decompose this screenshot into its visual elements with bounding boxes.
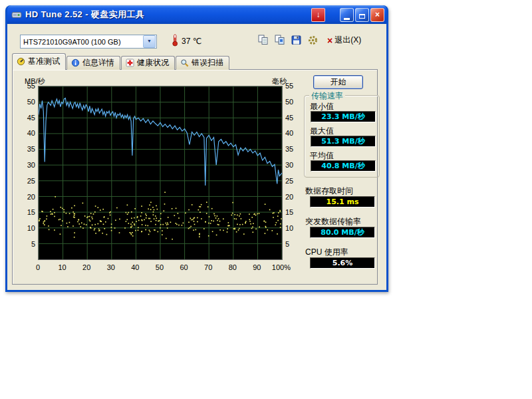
maximize-button[interactable] [355,8,369,22]
exit-x-icon: × [327,36,332,45]
tick-label: 0 [26,263,50,271]
tab-error-scan[interactable]: 错误扫描 [176,56,229,70]
transfer-rate-group-title: 传输速率 [309,90,345,102]
tick-label: 5 [285,240,289,248]
benchmark-gauge-icon [17,57,25,66]
copy-text-icon [257,35,269,46]
tick-label: 20 [285,193,293,201]
tab-health[interactable]: 健康状况 [121,56,175,70]
tab-benchmark-label: 基准测试 [28,56,60,67]
min-value: 23.3 MB/秒 [311,111,376,122]
tick-label: 30 [99,263,123,271]
x-ticks: 0102030405060708090100% [26,263,293,271]
y-ticks-right: 555045403530252015105 [285,82,304,248]
access-time-label: 数据存取时间 [305,186,353,197]
options-gear-icon [307,35,319,46]
tick-label: 50 [285,98,293,106]
tick-label: 55 [27,82,35,90]
burst-rate-value: 80.0 MB/秒 [310,227,375,238]
tick-label: 50 [27,98,35,106]
drive-select[interactable]: HTS721010G9AT00 (100 GB) ▼ [20,35,157,49]
transfer-rate-group: 传输速率 最小值 23.3 MB/秒 最大值 51.3 MB/秒 平均值 40.… [304,95,380,178]
toolbar-icons [256,34,321,47]
chevron-down-icon[interactable]: ▼ [143,35,156,48]
update-button[interactable]: ↓ [311,8,325,22]
tab-health-label: 健康状况 [137,57,169,68]
tick-label: 30 [27,161,35,169]
thermometer-icon [172,34,179,49]
max-value: 51.3 MB/秒 [311,136,376,147]
save-screenshot-button[interactable] [289,34,304,47]
tick-label: 40 [27,129,35,137]
titlebar[interactable]: HD Tune 2.52 - 硬盘实用工具 ↓ × [7,5,386,24]
temperature-value: 37 ℃ [182,37,201,46]
window-title: HD Tune 2.52 - 硬盘实用工具 [25,9,144,21]
y-ticks-left: 555045403530252015105 [17,82,35,248]
tick-label: 15 [285,208,293,216]
tab-info-label: 信息详情 [82,57,114,68]
tab-benchmark[interactable]: 基准测试 [12,53,66,70]
tick-label: 80 [221,263,245,271]
tick-label: 90 [245,263,269,271]
scan-magnifier-icon [180,59,189,67]
close-icon: × [375,10,380,19]
minimize-icon [344,18,350,20]
tick-label: 35 [285,145,293,153]
desktop-background: HD Tune 2.52 - 硬盘实用工具 ↓ × HTS721010G9AT0… [0,0,532,399]
exit-label: 退出(X) [334,35,361,46]
tick-label: 60 [172,263,196,271]
info-icon [71,59,80,67]
tick-label: 20 [27,193,35,201]
hdtune-window: HD Tune 2.52 - 硬盘实用工具 ↓ × HTS721010G9AT0… [5,5,388,292]
tick-label: 25 [27,177,35,185]
tick-label: 55 [285,82,293,90]
tick-label: 5 [31,240,35,248]
benchmark-panel: 开始 MB/秒 毫秒 555045403530252015105 5550454… [12,69,378,285]
exit-button[interactable]: × 退出(X) [327,35,361,46]
tick-label: 50 [148,263,172,271]
tick-label: 100% [269,263,293,271]
save-icon [291,35,303,46]
tick-label: 45 [27,114,35,122]
copy-image-icon [274,35,286,46]
tick-label: 35 [27,145,35,153]
tick-label: 10 [51,263,74,271]
app-icon [11,9,22,20]
tick-label: 20 [74,263,98,271]
tick-label: 30 [285,161,293,169]
tick-label: 25 [285,177,293,185]
tick-label: 40 [123,263,147,271]
tab-error-scan-label: 错误扫描 [192,57,223,68]
tick-label: 10 [285,224,293,232]
results-column: 传输速率 最小值 23.3 MB/秒 最大值 51.3 MB/秒 平均值 40.… [303,70,381,285]
tick-label: 10 [27,224,35,232]
health-cross-icon [126,59,134,67]
maximize-icon [359,14,365,19]
tick-label: 45 [285,114,293,122]
benchmark-plot-svg [39,86,282,259]
y-axis-right-label: 毫秒 [272,76,287,86]
avg-value: 40.8 MB/秒 [311,160,376,172]
drive-select-value: HTS721010G9AT00 (100 GB) [23,38,121,46]
minimize-button[interactable] [340,8,354,22]
access-time-value: 15.1 ms [310,196,375,207]
cpu-usage-label: CPU 使用率 [305,247,348,258]
window-controls: ↓ × [311,8,384,22]
tick-label: 70 [196,263,220,271]
tab-bar: 基准测试 信息详情 健康状况 错误扫描 [12,55,230,70]
close-button[interactable]: × [370,8,384,22]
burst-rate-label: 突发数据传输率 [305,216,361,227]
download-arrow-icon: ↓ [317,10,321,19]
cpu-usage-value: 5.6% [310,257,375,269]
tick-label: 15 [27,208,35,216]
options-button[interactable] [306,34,321,47]
benchmark-plot [38,86,283,260]
window-client-area: HTS721010G9AT00 (100 GB) ▼ 37 ℃ [7,24,386,290]
copy-image-button[interactable] [273,34,287,47]
tab-info[interactable]: 信息详情 [66,56,120,70]
tick-label: 40 [285,129,293,137]
copy-text-button[interactable] [256,34,271,47]
